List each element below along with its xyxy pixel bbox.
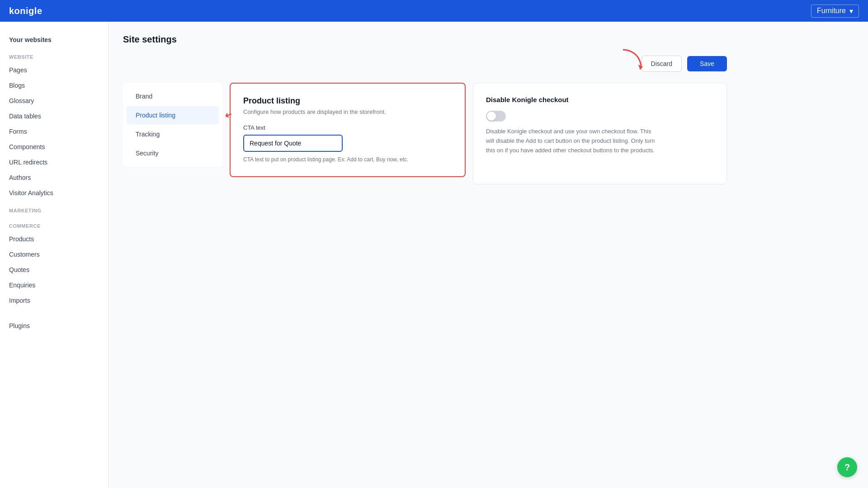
product-listing-card: Product listing Configure how products a… [230,83,466,177]
sidebar-item-url-redirects[interactable]: URL redirects [0,155,108,170]
action-bar: Discard Save [123,56,727,72]
checkout-desc: Disable Konigle checkout and use your ow… [486,127,658,155]
sidebar-item-enquiries[interactable]: Enquiries [0,277,108,293]
help-button[interactable]: ? [837,457,857,477]
settings-panel: Product listing Configure how products a… [230,83,727,184]
cta-hint: CTA text to put on product listing page.… [243,155,424,164]
your-websites-label: Your websites [0,29,108,47]
sidebar-section-website: Website [0,47,108,62]
logo: konigle [9,6,42,16]
sidebar-item-blogs[interactable]: Blogs [0,78,108,93]
tab-security[interactable]: Security [127,144,219,162]
discard-button[interactable]: Discard [642,56,682,72]
sidebar-section-commerce: Commerce [0,216,108,231]
sidebar-item-quotes[interactable]: Quotes [0,262,108,277]
dropdown-icon: ▾ [849,7,853,15]
content-area: Site settings Discard Save Bra [108,22,868,488]
sidebar-item-components[interactable]: Components [0,139,108,155]
page-title: Site settings [123,34,727,45]
settings-layout: Brand Product listing ➜ Tracking Securit… [123,83,727,184]
sidebar-item-imports[interactable]: Imports [0,293,108,308]
main-layout: Your websites Website Pages Blogs Glossa… [0,22,868,488]
sidebar-item-pages[interactable]: Pages [0,62,108,78]
product-listing-title: Product listing [243,96,452,106]
product-listing-desc: Configure how products are displayed in … [243,108,452,115]
arrow-annotation [618,47,646,72]
sidebar-item-authors[interactable]: Authors [0,170,108,185]
topbar: konigle Furniture ▾ [0,0,868,22]
sidebar-item-data-tables[interactable]: Data tables [0,108,108,124]
tab-product-listing[interactable]: Product listing ➜ [127,106,219,124]
toggle-knob [487,112,496,121]
checkout-title: Disable Konigle checkout [486,96,714,103]
sidebar-section-marketing: Marketing [0,201,108,216]
sidebar-item-products[interactable]: Products [0,231,108,247]
tab-brand[interactable]: Brand [127,87,219,105]
help-icon: ? [844,462,850,473]
cta-text-input[interactable] [243,135,343,152]
checkout-toggle[interactable] [486,111,506,122]
sidebar: Your websites Website Pages Blogs Glossa… [0,22,108,488]
sidebar-item-visitor-analytics[interactable]: Visitor Analytics [0,185,108,201]
settings-tabs: Brand Product listing ➜ Tracking Securit… [123,83,222,167]
save-button[interactable]: Save [687,56,727,71]
cta-text-label: CTA text [243,124,452,131]
sidebar-item-glossary[interactable]: Glossary [0,93,108,108]
sidebar-item-forms[interactable]: Forms [0,124,108,139]
sidebar-item-plugins[interactable]: Plugins [0,318,108,333]
disable-checkout-panel: Disable Konigle checkout Disable Konigle… [473,83,727,184]
sidebar-item-customers[interactable]: Customers [0,247,108,262]
tab-tracking[interactable]: Tracking [127,125,219,143]
site-name: Furniture [817,7,846,15]
site-selector[interactable]: Furniture ▾ [811,5,859,18]
sidebar-section-plugins [0,308,108,318]
